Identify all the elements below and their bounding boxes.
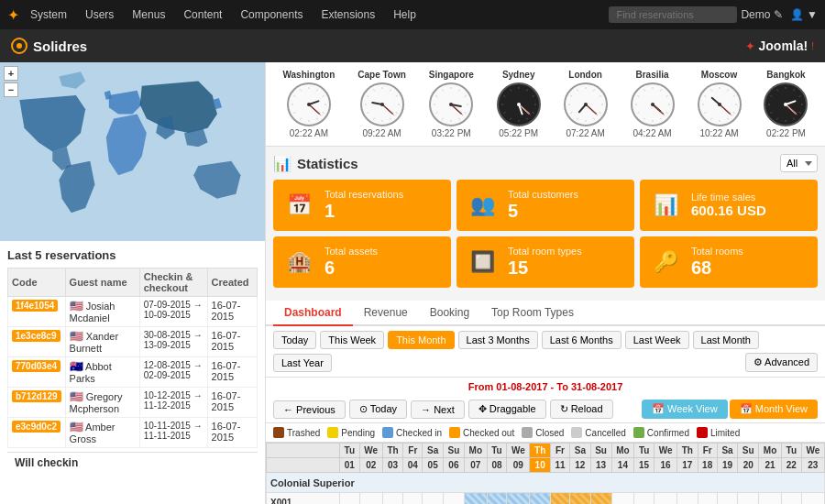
nav-system[interactable]: System: [23, 5, 74, 25]
nav-extensions[interactable]: Extensions: [314, 5, 382, 25]
demo-link[interactable]: Demo ✎: [741, 8, 782, 21]
cal-header-day-8: 09: [507, 458, 530, 473]
period-btn-last-3-months[interactable]: Last 3 Months: [458, 331, 538, 349]
tab-dashboard[interactable]: Dashboard: [273, 301, 353, 326]
cal-cell[interactable]: [359, 493, 382, 505]
prev-button[interactable]: ← Previous: [273, 400, 346, 419]
cal-header-day-16: 17: [677, 458, 698, 473]
period-btn-today[interactable]: Today: [273, 331, 316, 349]
cal-cell[interactable]: [382, 493, 402, 505]
next-button[interactable]: → Next: [411, 400, 465, 419]
nav-row: ← Previous ⊙ Today → Next ✥ Draggable ↻ …: [266, 396, 825, 423]
clock-face: [287, 82, 331, 126]
period-btn-this-month[interactable]: This Month: [388, 331, 454, 349]
cal-cell[interactable]: [340, 493, 360, 505]
table-row: b712d129 🇺🇸 Gregory Mcpherson 10-12-2015…: [8, 388, 258, 418]
cal-header-day-10: 11: [550, 458, 569, 473]
tab-revenue[interactable]: Revenue: [353, 301, 419, 326]
col-guest: Guest name: [65, 268, 139, 297]
stats-filter[interactable]: All: [780, 154, 818, 172]
nav-content[interactable]: Content: [176, 5, 229, 25]
legend-pending: Pending: [327, 427, 375, 438]
clock-face: [631, 82, 675, 126]
reservation-code[interactable]: b712d129: [8, 388, 66, 418]
cal-header-dow-16: Th: [677, 444, 698, 458]
cal-cell[interactable]: [611, 493, 634, 505]
cal-cell[interactable]: [738, 493, 759, 505]
clock-time-london: 07:22 AM: [566, 128, 604, 138]
table-row: 1f4e1054 🇺🇸 Josiah Mcdaniel 07-09-2015 →…: [8, 297, 258, 327]
cal-header-day-15: 16: [654, 458, 676, 473]
period-btn-this-week[interactable]: This Week: [320, 331, 384, 349]
cal-cell[interactable]: [698, 493, 717, 505]
period-btn-last-week[interactable]: Last Week: [625, 331, 689, 349]
table-row: X001: [267, 493, 825, 505]
nav-help[interactable]: Help: [386, 5, 424, 25]
stat-icon-0: 📅: [280, 187, 317, 224]
clock-time-cape town: 09:22 AM: [362, 128, 401, 138]
reload-button[interactable]: ↻ Reload: [550, 400, 613, 419]
cal-cell[interactable]: [634, 493, 654, 505]
cal-cell[interactable]: [530, 493, 550, 505]
draggable-button[interactable]: ✥ Draggable: [468, 400, 546, 419]
period-btn-last-year[interactable]: Last Year: [273, 354, 332, 372]
cal-header-day-18: 19: [717, 458, 737, 473]
cal-cell[interactable]: [423, 493, 443, 505]
cal-header-dow-2: Th: [382, 444, 402, 458]
stat-label-3: Total assets: [324, 246, 378, 257]
cal-cell[interactable]: [464, 493, 487, 505]
cal-cell[interactable]: [590, 493, 611, 505]
advanced-button[interactable]: ⚙ Advanced: [745, 353, 818, 372]
user-icon[interactable]: 👤 ▼: [790, 8, 818, 21]
cal-cell[interactable]: [677, 493, 698, 505]
cal-cell[interactable]: [487, 493, 507, 505]
cal-header-dow-1: We: [359, 444, 382, 458]
period-btn-last-month[interactable]: Last Month: [693, 331, 759, 349]
week-view-button[interactable]: 📅 Week View: [642, 400, 728, 419]
cal-cell[interactable]: [403, 493, 423, 505]
nav-components[interactable]: Components: [233, 5, 310, 25]
cal-cell[interactable]: [507, 493, 530, 505]
legend-row: TrashedPendingChecked inChecked outClose…: [266, 423, 825, 443]
stat-value-0: 1: [324, 200, 403, 222]
svg-point-34: [380, 103, 384, 106]
cal-cell[interactable]: [759, 493, 782, 505]
tab-top-room-types[interactable]: Top Room Types: [480, 301, 585, 326]
cal-cell[interactable]: [443, 493, 464, 505]
cal-cell[interactable]: [570, 493, 590, 505]
reservation-code[interactable]: e3c9d0c2: [8, 418, 66, 448]
navbar-right: Demo ✎ 👤 ▼: [741, 8, 818, 21]
cal-cell[interactable]: [781, 493, 801, 505]
legend-label: Checked out: [463, 428, 514, 438]
nav-menus[interactable]: Menus: [125, 5, 172, 25]
cal-cell[interactable]: [801, 493, 824, 505]
cal-cell[interactable]: [550, 493, 569, 505]
svg-point-51: [449, 103, 453, 106]
stat-label-1: Total customers: [508, 189, 578, 200]
map-zoom-in[interactable]: +: [4, 66, 18, 81]
reservation-created: 16-07-2015: [207, 388, 257, 418]
map-controls: + −: [4, 66, 18, 97]
cal-cell[interactable]: [654, 493, 676, 505]
app-icon: [11, 38, 28, 54]
today-button[interactable]: ⊙ Today: [349, 400, 407, 419]
app-title: Solidres: [33, 38, 87, 54]
search-input[interactable]: [609, 6, 737, 23]
tab-booking[interactable]: Booking: [419, 301, 480, 326]
stat-info-4: Total room types 15: [508, 246, 582, 279]
reservation-code[interactable]: 1f4e1054: [8, 297, 66, 327]
reservation-code[interactable]: 770d03e4: [8, 357, 66, 388]
calendar-area: TuWeThFrSaSuMoTuWeThFrSaSuMoTuWeThFrSaSu…: [266, 443, 825, 504]
col-created: Created: [207, 268, 257, 297]
map-zoom-out[interactable]: −: [4, 82, 18, 97]
legend-color: [449, 427, 460, 438]
reservation-code[interactable]: 1e3ce8c9: [8, 327, 66, 357]
cal-cell[interactable]: [717, 493, 737, 505]
period-btn-last-6-months[interactable]: Last 6 Months: [542, 331, 622, 349]
nav-users[interactable]: Users: [78, 5, 121, 25]
calendar-table: TuWeThFrSaSuMoTuWeThFrSaSuMoTuWeThFrSaSu…: [266, 443, 825, 504]
month-view-button[interactable]: 📅 Month View: [730, 400, 818, 419]
clock-face: [564, 82, 608, 126]
legend-limited: Limited: [697, 427, 740, 438]
legend-color: [382, 427, 393, 438]
